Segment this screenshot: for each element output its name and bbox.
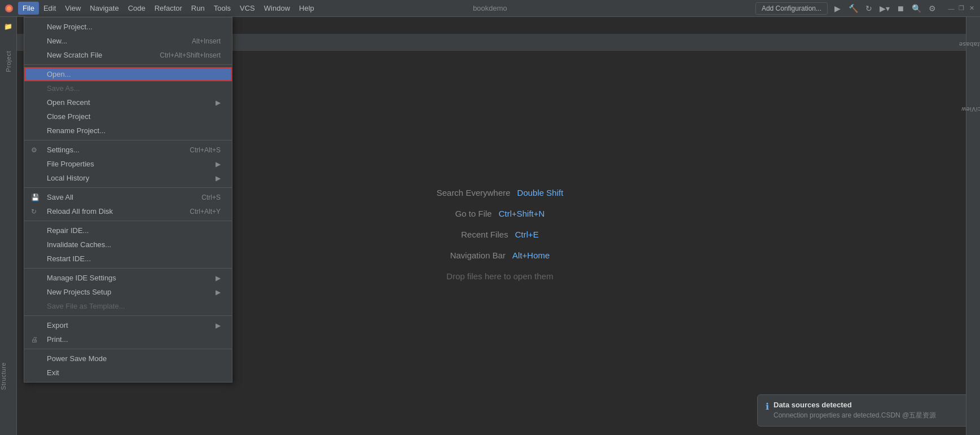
menu-run[interactable]: Run <box>187 2 209 15</box>
navigation-bar-key: Alt+Home <box>512 251 550 260</box>
window-controls: — ❐ ✕ <box>947 5 975 12</box>
menu-item-new-project[interactable]: New Project... <box>24 20 232 34</box>
menu-vcs[interactable]: VCS <box>235 2 260 15</box>
menu-item-reload-all[interactable]: ↻ Reload All from Disk Ctrl+Alt+Y <box>24 204 232 218</box>
notification-title: Data sources detected <box>774 401 936 409</box>
menu-refactor[interactable]: Refactor <box>150 2 187 15</box>
menu-item-save-file-as-template: Save File as Template... <box>24 299 232 313</box>
menu-item-manage-ide-settings[interactable]: Manage IDE Settings ▶ <box>24 271 232 285</box>
save-icon: 💾 <box>31 194 39 201</box>
hint-search-everywhere: Search Everywhere Double Shift <box>437 188 564 197</box>
menu-item-repair-ide[interactable]: Repair IDE... <box>24 223 232 238</box>
menu-tools[interactable]: Tools <box>209 2 235 15</box>
menu-item-save-all[interactable]: 💾 Save All Ctrl+S <box>24 190 232 204</box>
navigation-bar-label: Navigation Bar <box>450 251 506 260</box>
database-sidebar-label[interactable]: Database <box>954 41 980 48</box>
go-to-file-label: Go to File <box>455 209 492 218</box>
menu-item-new[interactable]: New... Alt+Insert <box>24 34 232 48</box>
file-dropdown-menu: New Project... New... Alt+Insert New Scr… <box>24 17 232 383</box>
build-button[interactable]: 🔨 <box>847 2 859 15</box>
reload-icon: ↻ <box>31 208 37 216</box>
structure-sidebar-label[interactable]: Structure <box>0 362 17 390</box>
menu-view[interactable]: View <box>60 2 85 15</box>
menu-item-local-history[interactable]: Local History ▶ <box>24 171 232 185</box>
menu-item-power-save-mode[interactable]: Power Save Mode <box>24 351 232 366</box>
separator-7 <box>24 349 232 349</box>
hint-recent-files: Recent Files Ctrl+E <box>461 230 538 239</box>
recent-files-label: Recent Files <box>461 230 508 239</box>
run-button[interactable]: ▶ <box>831 2 843 15</box>
separator-1 <box>24 64 232 65</box>
menu-bar: File Edit View Navigate Code Refactor Ru… <box>0 0 980 17</box>
menu-item-restart-ide[interactable]: Restart IDE... <box>24 252 232 266</box>
menu-navigate[interactable]: Navigate <box>85 2 123 15</box>
app-logo <box>5 4 14 13</box>
search-everywhere-label: Search Everywhere <box>437 188 511 197</box>
gear-icon: ⚙ <box>31 146 37 154</box>
project-sidebar-label[interactable]: Project <box>5 51 12 72</box>
menu-help[interactable]: Help <box>295 2 319 15</box>
menu-item-rename-project[interactable]: Rename Project... <box>24 124 232 138</box>
minimize-button[interactable]: — <box>947 5 955 12</box>
separator-5 <box>24 268 232 269</box>
window-title: bookdemo <box>473 4 507 12</box>
print-icon: 🖨 <box>31 336 38 344</box>
menu-code[interactable]: Code <box>124 2 150 15</box>
notification-panel: ℹ Data sources detected Connection prope… <box>757 394 972 427</box>
more-run-button[interactable]: ▶▾ <box>878 2 891 15</box>
menu-item-new-projects-setup[interactable]: New Projects Setup ▶ <box>24 285 232 299</box>
menu-item-exit[interactable]: Exit <box>24 366 232 380</box>
main-layout: 📁 Project ⚙ — Search Everywhere Double S… <box>0 17 980 435</box>
menu-item-new-scratch-file[interactable]: New Scratch File Ctrl+Alt+Shift+Insert <box>24 48 232 62</box>
menu-item-open[interactable]: Open... <box>24 67 232 81</box>
settings-button[interactable]: ⚙ <box>926 2 938 15</box>
drop-files-hint: Drop files here to open them <box>446 271 553 281</box>
separator-4 <box>24 221 232 221</box>
separator-6 <box>24 315 232 316</box>
separator-3 <box>24 187 232 188</box>
info-icon: ℹ <box>766 401 769 412</box>
menu-item-file-properties[interactable]: File Properties ▶ <box>24 157 232 171</box>
sidebar-project-icon[interactable]: 📁 <box>2 20 15 33</box>
menu-item-save-as: Save As... <box>24 81 232 95</box>
stop-button[interactable]: ⏹ <box>894 2 907 15</box>
maximize-button[interactable]: ❐ <box>957 5 965 12</box>
search-button[interactable]: 🔍 <box>910 2 922 15</box>
hint-go-to-file: Go to File Ctrl+Shift+N <box>455 209 545 218</box>
menu-item-export[interactable]: Export ▶ <box>24 318 232 332</box>
separator-2 <box>24 140 232 140</box>
hint-navigation-bar: Navigation Bar Alt+Home <box>450 251 550 260</box>
recent-files-key: Ctrl+E <box>515 230 539 239</box>
right-sidebar: Database SciView <box>966 17 980 435</box>
menubar-right: Add Configuration... ▶ 🔨 ↻ ▶▾ ⏹ 🔍 ⚙ — ❐ … <box>755 2 975 15</box>
menu-item-print[interactable]: 🖨 Print... <box>24 332 232 346</box>
menu-window[interactable]: Window <box>260 2 295 15</box>
notification-body: Connection properties are detected.CSDN … <box>774 411 936 420</box>
notification-content: Data sources detected Connection propert… <box>774 401 936 420</box>
menu-item-invalidate-caches[interactable]: Invalidate Caches... <box>24 238 232 252</box>
menu-item-close-project[interactable]: Close Project <box>24 109 232 124</box>
menu-item-open-recent[interactable]: Open Recent ▶ <box>24 95 232 109</box>
add-configuration-button[interactable]: Add Configuration... <box>755 2 828 15</box>
menu-edit[interactable]: Edit <box>39 2 60 15</box>
svg-point-1 <box>7 6 11 11</box>
sciview-sidebar-label[interactable]: SciView <box>957 106 980 113</box>
reload-button[interactable]: ↻ <box>863 2 875 15</box>
go-to-file-key: Ctrl+Shift+N <box>499 209 545 218</box>
menu-file[interactable]: File <box>18 2 39 15</box>
close-button[interactable]: ✕ <box>968 5 975 12</box>
search-everywhere-key: Double Shift <box>517 188 564 197</box>
menu-item-settings[interactable]: ⚙ Settings... Ctrl+Alt+S <box>24 143 232 157</box>
